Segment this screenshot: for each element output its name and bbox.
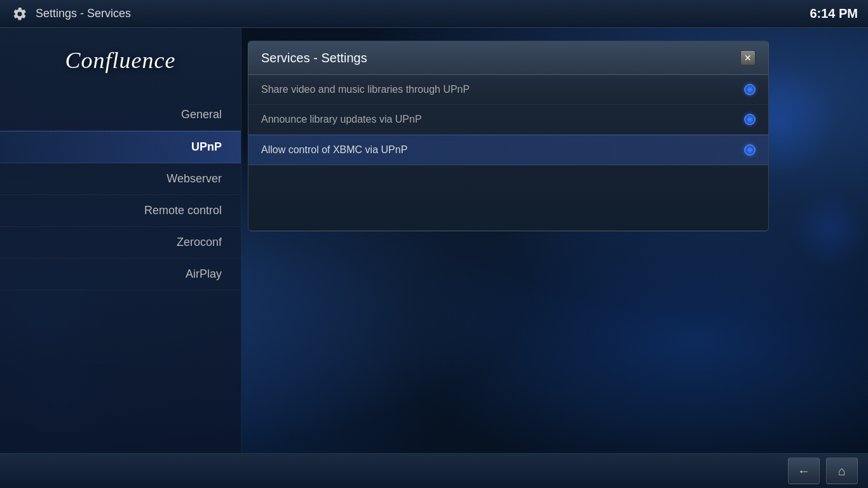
top-bar-left: Settings - Services (10, 4, 131, 24)
close-button[interactable]: ✕ (740, 50, 756, 65)
setting-allow-control-label: Allow control of XBMC via UPnP (261, 144, 744, 156)
bottom-bar: ← ⌂ (0, 453, 868, 488)
sidebar-item-airplay[interactable]: AirPlay (0, 259, 241, 290)
toggle-allow-control[interactable] (744, 144, 756, 156)
sidebar: Confluence General UPnP Webserver Remote… (0, 28, 241, 488)
sidebar-nav: General UPnP Webserver Remote control Ze… (0, 99, 241, 290)
main-area: Confluence General UPnP Webserver Remote… (0, 28, 868, 488)
setting-share-upnp-label: Share video and music libraries through … (261, 84, 744, 95)
dialog-content: Share video and music libraries through … (248, 75, 768, 165)
logo: Confluence (65, 48, 176, 73)
setting-allow-control[interactable]: Allow control of XBMC via UPnP (248, 135, 768, 165)
setting-announce-upnp-label: Announce library updates via UPnP (261, 114, 744, 125)
clock: 6:14 PM (810, 6, 858, 21)
gear-svg (12, 6, 27, 22)
setting-announce-upnp[interactable]: Announce library updates via UPnP (248, 105, 768, 135)
toggle-share-upnp[interactable] (744, 84, 756, 95)
sidebar-item-general[interactable]: General (0, 99, 241, 131)
logo-area: Confluence (53, 41, 189, 80)
sidebar-item-webserver[interactable]: Webserver (0, 163, 241, 195)
top-bar: Settings - Services 6:14 PM (0, 0, 868, 28)
sidebar-item-zeroconf[interactable]: Zeroconf (0, 227, 241, 259)
home-icon: ⌂ (838, 464, 846, 478)
back-button[interactable]: ← (788, 458, 820, 484)
services-settings-dialog: Services - Settings ✕ Share video and mu… (248, 41, 769, 231)
dialog-area: Services - Settings ✕ Share video and mu… (241, 28, 868, 488)
dialog-title: Services - Settings (261, 51, 367, 65)
top-bar-title: Settings - Services (36, 7, 131, 20)
home-button[interactable]: ⌂ (826, 458, 858, 484)
settings-icon (10, 4, 29, 24)
setting-share-upnp[interactable]: Share video and music libraries through … (248, 75, 768, 105)
back-icon: ← (797, 464, 810, 478)
sidebar-item-upnp[interactable]: UPnP (0, 131, 241, 163)
sidebar-item-remote-control[interactable]: Remote control (0, 195, 241, 227)
toggle-announce-upnp[interactable] (744, 114, 756, 125)
dialog-header: Services - Settings ✕ (248, 41, 768, 75)
